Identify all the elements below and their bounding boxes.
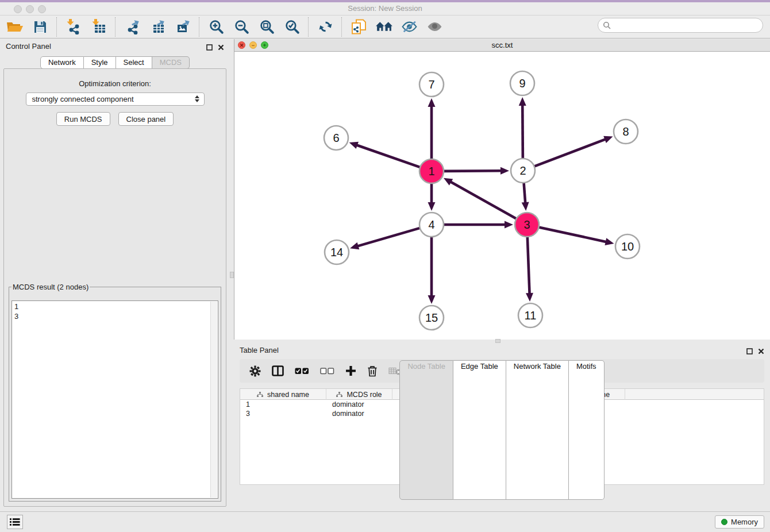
edge-3-10[interactable] (539, 227, 614, 245)
optimization-label: Optimization criterion: (4, 79, 226, 88)
zoom-in-icon (209, 19, 224, 34)
tab-edge-table[interactable]: Edge Table (453, 360, 506, 500)
import-network-button[interactable] (61, 17, 86, 37)
svg-text:15: 15 (425, 311, 438, 324)
tab-network-table[interactable]: Network Table (506, 360, 569, 500)
table-panel: Table Panel f(x) shared nameMCDS rolesuc… (234, 343, 770, 510)
control-panel-header: Control Panel (0, 39, 230, 54)
result-scrollbar[interactable] (210, 302, 217, 498)
edge-4-15[interactable] (428, 237, 436, 304)
node-6[interactable]: 6 (324, 126, 348, 150)
edge-1-6[interactable] (349, 142, 421, 167)
networks-home-button[interactable] (372, 17, 396, 37)
svg-text:6: 6 (333, 132, 339, 144)
float-table-panel-icon[interactable] (746, 346, 753, 357)
edge-2-8[interactable] (534, 136, 613, 167)
task-history-button[interactable] (7, 515, 23, 529)
criterion-dropdown[interactable]: strongly connected component (26, 92, 205, 106)
svg-text:11: 11 (525, 309, 537, 322)
tab-mcds[interactable]: MCDS (152, 56, 190, 69)
refresh-layout-button[interactable] (313, 17, 337, 37)
mcds-result-lines: 13 (14, 302, 215, 321)
node-11[interactable]: 11 (518, 303, 542, 327)
edge-4-14[interactable] (350, 228, 420, 249)
open-session-button[interactable] (3, 17, 27, 37)
mcds-result-group: MCDS result (2 nodes) 13 (9, 283, 221, 502)
control-panel-tabs: NetworkStyleSelectMCDS (0, 56, 230, 69)
export-image-icon (175, 19, 191, 34)
run-mcds-button[interactable]: Run MCDS (56, 112, 110, 126)
mcds-result-list[interactable]: 13 (11, 300, 218, 499)
hide-eye-button[interactable] (397, 17, 421, 37)
open-session-icon (6, 20, 24, 34)
node-7[interactable]: 7 (419, 72, 444, 97)
edge-4-3[interactable] (444, 221, 513, 229)
node-9[interactable]: 9 (510, 71, 534, 95)
close-panel-icon[interactable] (218, 43, 224, 53)
node-4[interactable]: 4 (419, 213, 444, 237)
close-table-panel-icon[interactable] (758, 346, 764, 357)
zoom-fit-button[interactable] (255, 17, 279, 37)
svg-text:1: 1 (428, 165, 434, 178)
main-titlebar: Session: New Session (0, 2, 770, 16)
edge-1-4[interactable] (428, 183, 436, 211)
network-title: scc.txt (234, 39, 770, 52)
network-canvas[interactable]: 1234678910111415 (234, 52, 770, 340)
edge-1-2[interactable] (444, 167, 509, 175)
network-titlebar: ✕ − + scc.txt (234, 39, 770, 52)
import-network-icon (66, 19, 82, 34)
export-table-button[interactable] (145, 17, 170, 37)
svg-text:2: 2 (519, 164, 526, 177)
toolbar-separator (341, 17, 342, 37)
control-panel-title: Control Panel (6, 42, 51, 51)
memory-button[interactable]: Memory (715, 515, 764, 529)
tab-motifs[interactable]: Motifs (569, 360, 605, 500)
node-8[interactable]: 8 (614, 119, 638, 144)
node-3[interactable]: 3 (515, 213, 539, 237)
node-2[interactable]: 2 (511, 159, 535, 183)
zoom-in-button[interactable] (204, 17, 228, 37)
zoom-selected-button[interactable] (280, 17, 304, 37)
close-panel-button[interactable]: Close panel (118, 112, 174, 126)
edge-2-3[interactable] (522, 183, 529, 211)
save-session-button[interactable] (28, 17, 52, 37)
import-table-button[interactable] (87, 17, 111, 37)
mcds-result-label: MCDS result (2 nodes) (11, 283, 90, 291)
svg-text:10: 10 (621, 240, 634, 253)
show-eye-icon (426, 21, 443, 33)
networks-home-icon (375, 20, 393, 33)
node-14[interactable]: 14 (325, 240, 349, 264)
tab-select[interactable]: Select (116, 56, 152, 69)
export-network-button[interactable] (120, 17, 144, 37)
edge-3-1[interactable] (444, 178, 517, 219)
zoom-out-button[interactable] (229, 17, 253, 37)
tab-node-table[interactable]: Node Table (399, 360, 453, 500)
duplicate-network-icon (351, 19, 367, 34)
show-eye-button[interactable] (422, 17, 446, 37)
tab-style[interactable]: Style (84, 56, 116, 69)
edge-1-7[interactable] (428, 98, 436, 159)
zoom-out-icon (234, 19, 249, 34)
float-panel-icon[interactable] (206, 43, 213, 53)
edge-2-9[interactable] (519, 97, 526, 159)
toolbar-separator (56, 17, 57, 37)
edge-3-11[interactable] (526, 237, 533, 302)
node-10[interactable]: 10 (615, 234, 640, 259)
save-session-icon (33, 20, 47, 34)
window-title: Session: New Session (0, 2, 770, 15)
duplicate-network-button[interactable] (346, 17, 371, 37)
node-1[interactable]: 1 (419, 159, 444, 183)
search-box[interactable] (598, 18, 763, 33)
node-15[interactable]: 15 (419, 306, 444, 330)
network-window: ✕ − + scc.txt 1234678910111415 (234, 39, 770, 340)
toolbar-separator (199, 17, 200, 37)
search-input[interactable] (614, 21, 758, 30)
memory-status-icon (721, 519, 727, 525)
tab-network[interactable]: Network (40, 56, 84, 69)
vertical-splitter-handle[interactable] (230, 272, 234, 278)
result-line: 1 (14, 302, 215, 311)
zoom-selected-icon (284, 19, 300, 34)
horizontal-splitter-handle[interactable] (495, 339, 500, 343)
export-image-button[interactable] (171, 17, 195, 37)
svg-text:7: 7 (428, 78, 434, 91)
